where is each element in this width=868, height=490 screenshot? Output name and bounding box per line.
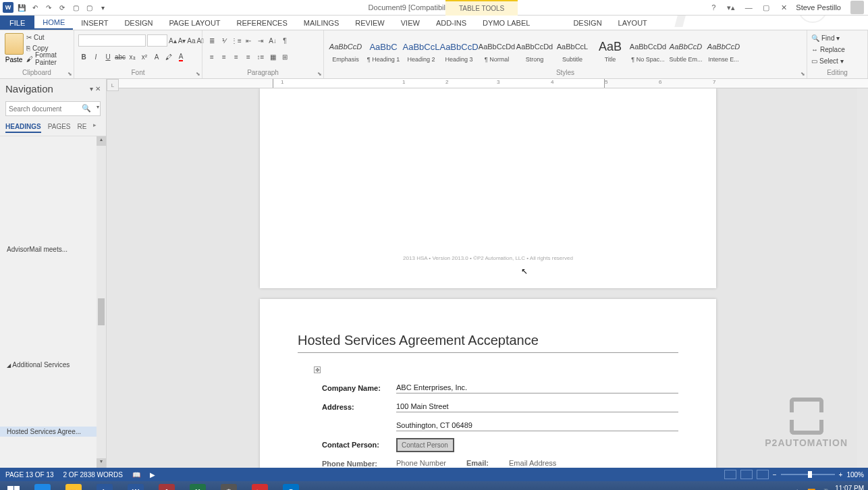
cut-button[interactable]: ✂Cut	[26, 32, 70, 43]
style-tile[interactable]: AaBbCcDIntense E...	[705, 32, 742, 68]
line-spacing-icon[interactable]: ↕≡	[255, 51, 266, 62]
form-value[interactable]: Email Address	[509, 459, 556, 467]
borders-icon[interactable]: ⊞	[279, 51, 290, 62]
scroll-up-icon[interactable]: ▴	[97, 136, 106, 146]
tab-references[interactable]: REFERENCES	[229, 16, 296, 30]
taskbar-excel[interactable]: X	[182, 481, 213, 490]
bold-button[interactable]: B	[78, 51, 89, 62]
select-button[interactable]: ▭Select ▾	[811, 55, 863, 66]
justify-icon[interactable]: ≡	[243, 51, 254, 62]
word-count[interactable]: 2 OF 2838 WORDS	[63, 471, 123, 479]
dialog-launcher-icon[interactable]: ⬊	[67, 71, 72, 77]
nav-dropdown-icon[interactable]: ▾	[90, 85, 93, 92]
style-tile[interactable]: AaBbCcLSubtitle	[553, 32, 591, 68]
multilevel-icon[interactable]: ⋮≡	[231, 35, 242, 46]
style-tile[interactable]: AaBbCcLHeading 2	[402, 32, 440, 68]
style-tile[interactable]: AaBTitle	[591, 32, 629, 68]
style-tile[interactable]: AaBbC¶ Heading 1	[364, 32, 402, 68]
contact-person-field[interactable]: Contact Person	[396, 438, 454, 452]
qat-item-icon[interactable]: ▢	[84, 2, 94, 13]
tab-table-layout[interactable]: LAYOUT	[610, 16, 655, 30]
form-value[interactable]: Phone Number	[396, 459, 446, 467]
form-value[interactable]: 100 Main Street	[396, 402, 678, 412]
grow-font-icon[interactable]: A▴	[169, 35, 177, 46]
tab-file[interactable]: FILE	[0, 16, 34, 30]
start-button[interactable]	[0, 481, 27, 490]
style-tile[interactable]: AaBbCcDEmphasis	[327, 32, 364, 68]
document-page[interactable]: 2013 HSA • Version 2013.0 • ©P2 Automati…	[260, 88, 716, 288]
tab-page-layout[interactable]: PAGE LAYOUT	[161, 16, 229, 30]
page-indicator[interactable]: PAGE 13 OF 13	[5, 471, 54, 479]
form-value[interactable]: Southington, CT 06489	[396, 421, 678, 431]
dialog-launcher-icon[interactable]: ⬊	[196, 71, 200, 77]
taskbar-ie[interactable]: e	[27, 481, 58, 490]
zoom-out-icon[interactable]: −	[773, 471, 777, 479]
align-center-icon[interactable]: ≡	[219, 51, 229, 62]
show-marks-icon[interactable]: ¶	[279, 35, 290, 46]
tab-view[interactable]: VIEW	[393, 16, 428, 30]
style-tile[interactable]: AaBbCcDSubtle Em...	[667, 32, 705, 68]
style-tile[interactable]: AaBbCcDHeading 3	[440, 32, 478, 68]
macro-icon[interactable]: ▶	[150, 471, 155, 479]
spellcheck-icon[interactable]: 📖	[132, 471, 140, 479]
tab-insert[interactable]: INSERT	[73, 16, 116, 30]
nav-heading-item[interactable]: Hosted Services Agree...	[0, 427, 106, 437]
help-icon[interactable]: ?	[708, 2, 719, 13]
highlight-icon[interactable]: 🖍	[163, 51, 174, 62]
replace-button[interactable]: ↔Replace	[811, 44, 863, 55]
find-button[interactable]: 🔍Find ▾	[811, 32, 863, 43]
font-size-input[interactable]	[147, 34, 167, 47]
style-tile[interactable]: AaBbCcDd¶ No Spac...	[629, 32, 667, 68]
horizontal-ruler[interactable]: 1 1 2 3 4 5 6 7	[119, 79, 868, 88]
taskbar-outlook[interactable]: O	[275, 481, 306, 490]
zoom-slider[interactable]	[781, 474, 835, 475]
zoom-in-icon[interactable]: +	[839, 471, 843, 479]
qat-dropdown-icon[interactable]: ▾	[97, 2, 108, 13]
tab-review[interactable]: REVIEW	[347, 16, 392, 30]
style-tile[interactable]: AaBbCcDd¶ Normal	[478, 32, 516, 68]
subscript-button[interactable]: x₂	[127, 51, 138, 62]
increase-indent-icon[interactable]: ⇥	[255, 35, 266, 46]
qat-item-icon[interactable]: ▢	[70, 2, 81, 13]
read-mode-icon[interactable]	[724, 470, 736, 479]
refresh-icon[interactable]: ⟳	[57, 2, 67, 13]
zoom-level[interactable]: 100%	[846, 471, 864, 479]
sort-icon[interactable]: A↓	[267, 35, 278, 46]
taskbar-explorer[interactable]: 📁	[58, 481, 89, 490]
search-dropdown-icon[interactable]: ▾	[97, 104, 99, 110]
nav-tab-pages[interactable]: PAGES	[48, 121, 71, 133]
print-layout-icon[interactable]	[740, 470, 753, 479]
scroll-down-icon[interactable]: ▾	[97, 458, 106, 468]
strikethrough-button[interactable]: abc	[115, 51, 126, 62]
scroll-thumb[interactable]	[98, 298, 105, 325]
form-value[interactable]: ABC Enterprises, Inc.	[396, 383, 678, 393]
ribbon-toggle-icon[interactable]: ▾▴	[726, 2, 736, 13]
underline-button[interactable]: U	[103, 51, 113, 62]
align-left-icon[interactable]: ≡	[207, 51, 217, 62]
numbering-icon[interactable]: ⅟	[219, 35, 229, 46]
style-tile[interactable]: AaBbCcDdStrong	[516, 32, 553, 68]
redo-icon[interactable]: ↷	[43, 2, 54, 13]
paste-button[interactable]: Paste	[4, 32, 24, 64]
search-icon[interactable]: 🔍	[82, 104, 91, 113]
taskbar-word[interactable]: W	[120, 481, 151, 490]
ruler-corner[interactable]: L	[107, 79, 119, 91]
nav-close-icon[interactable]: ✕	[95, 85, 101, 92]
dialog-launcher-icon[interactable]: ⬊	[317, 71, 322, 77]
font-color-icon[interactable]: A	[175, 51, 186, 62]
taskbar-app[interactable]: ⚙	[213, 481, 244, 490]
taskbar-app[interactable]: ▶	[244, 481, 275, 490]
nav-tab-headings[interactable]: HEADINGS	[5, 121, 41, 133]
shading-icon[interactable]: ▦	[267, 51, 278, 62]
table-move-handle-icon[interactable]: ✥	[314, 366, 321, 373]
tab-design[interactable]: DESIGN	[116, 16, 161, 30]
change-case-icon[interactable]: Aa	[187, 35, 195, 46]
taskbar-lync[interactable]: L	[89, 481, 120, 490]
minimize-icon[interactable]: —	[743, 2, 754, 13]
tab-home[interactable]: HOME	[34, 16, 73, 30]
nav-tab-more-icon[interactable]: ▸	[93, 121, 97, 133]
save-icon[interactable]: 💾	[16, 2, 27, 13]
user-avatar[interactable]	[850, 1, 864, 14]
maximize-icon[interactable]: ▢	[761, 2, 771, 13]
shrink-font-icon[interactable]: A▾	[178, 35, 186, 46]
